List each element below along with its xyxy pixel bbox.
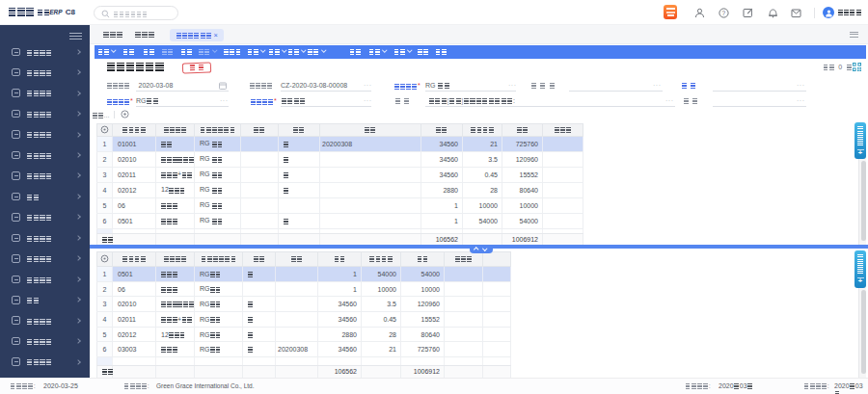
svg-text:?: ? [722,10,726,16]
